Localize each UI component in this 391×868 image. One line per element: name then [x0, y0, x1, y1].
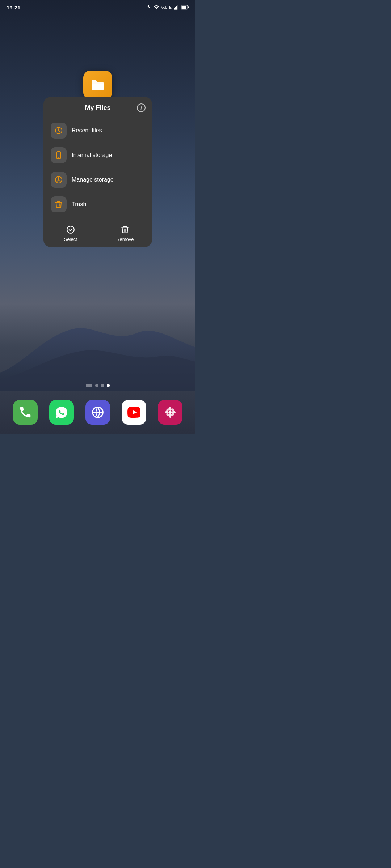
svg-point-22 [165, 411, 169, 413]
signal-icon [173, 4, 179, 10]
svg-point-23 [172, 411, 176, 413]
remove-button[interactable]: Remove [98, 220, 152, 247]
dot-lines [86, 384, 92, 387]
app-dock [0, 394, 196, 434]
lte-label: VoLTE [161, 5, 172, 9]
menu-item-manage-storage[interactable]: Manage storage [43, 167, 152, 192]
popup-title: My Files [85, 104, 110, 112]
menu-item-internal-storage[interactable]: Internal storage [43, 143, 152, 167]
app-icon-bg [83, 71, 112, 99]
internal-storage-icon-bg [51, 147, 67, 163]
browser-icon [91, 405, 105, 419]
select-label: Select [64, 237, 77, 242]
popup-items-list: Recent files Internal storage [43, 115, 152, 217]
whatsapp-icon [55, 405, 68, 419]
svg-point-15 [67, 226, 74, 233]
dot-1 [95, 384, 98, 387]
phone-icon [18, 405, 32, 419]
manage-storage-label: Manage storage [72, 176, 114, 183]
phone-storage-icon [54, 151, 63, 159]
battery-icon [181, 5, 189, 10]
status-time: 19:21 [7, 4, 20, 10]
select-button[interactable]: Select [43, 220, 98, 247]
svg-rect-6 [188, 6, 189, 8]
svg-rect-5 [181, 6, 186, 9]
wifi-icon [154, 4, 159, 10]
status-icons: VoLTE [146, 4, 189, 10]
dock-phone-app[interactable] [13, 400, 38, 425]
popup-header: My Files i [43, 97, 152, 115]
popup-menu: My Files i Recent files Interna [43, 97, 152, 247]
popup-actions: Select Remove [43, 220, 152, 247]
remove-label: Remove [116, 237, 134, 242]
svg-rect-1 [175, 7, 176, 9]
youtube-icon [127, 405, 141, 419]
info-button[interactable]: i [137, 103, 146, 112]
svg-rect-2 [176, 6, 177, 10]
clock-icon [54, 126, 63, 135]
trash-menu-icon [54, 200, 63, 209]
recent-files-label: Recent files [72, 127, 102, 134]
manage-storage-icon-bg [51, 172, 67, 188]
svg-point-12 [58, 179, 59, 180]
svg-point-9 [58, 157, 59, 158]
trash-label: Trash [72, 201, 86, 208]
dock-whatsapp-app[interactable] [49, 400, 74, 425]
menu-item-recent-files[interactable]: Recent files [43, 118, 152, 143]
flower-icon [163, 405, 177, 419]
check-circle-icon [66, 225, 75, 234]
dock-flower-app[interactable] [158, 400, 182, 425]
trash-icon-bg [51, 196, 67, 212]
manage-storage-icon [54, 175, 63, 184]
menu-item-trash[interactable]: Trash [43, 192, 152, 217]
svg-point-19 [169, 411, 172, 414]
dot-2 [101, 384, 104, 387]
svg-point-21 [169, 414, 171, 418]
svg-rect-3 [177, 5, 178, 9]
dock-youtube-app[interactable] [122, 400, 146, 425]
svg-rect-0 [174, 8, 175, 10]
recent-files-icon-bg [51, 123, 67, 139]
dot-3-active [107, 384, 110, 387]
page-indicator [0, 384, 196, 387]
internal-storage-label: Internal storage [72, 152, 112, 158]
trash-action-icon [120, 225, 130, 234]
dock-browser-app[interactable] [85, 400, 110, 425]
bluetooth-icon [146, 4, 152, 10]
status-bar: 19:21 VoLTE [0, 0, 196, 14]
folder-icon [90, 77, 106, 93]
svg-point-20 [169, 407, 171, 411]
dune-decoration [0, 300, 196, 391]
